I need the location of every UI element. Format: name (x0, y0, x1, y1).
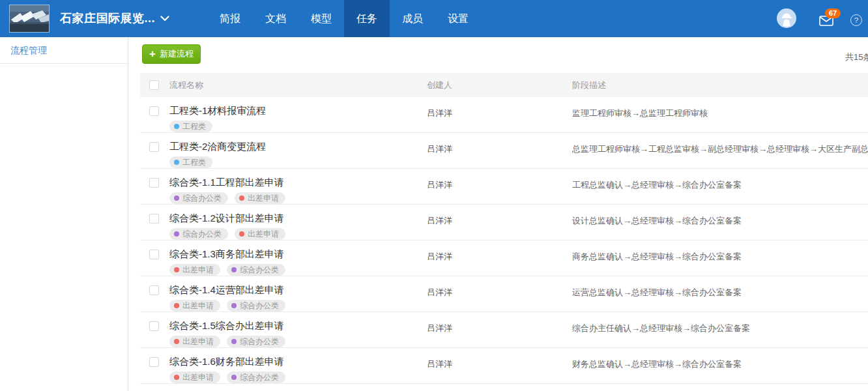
name-cell: 综合类-1.2设计部出差申请 综合办公类出差申请 (140, 205, 427, 240)
name-cell: 综合类-1.1工程部出差申请 综合办公类出差申请 (140, 169, 427, 204)
process-name[interactable]: 综合类-1.6财务部出差申请 (169, 348, 285, 368)
select-all-checkbox[interactable] (149, 80, 159, 90)
user-avatar[interactable] (777, 8, 796, 28)
nav-item-模型[interactable]: 模型 (298, 0, 344, 37)
row-checkbox[interactable] (149, 250, 159, 259)
creator-cell: 吕洋洋 (427, 276, 572, 311)
column-header: 阶段描述 (572, 73, 868, 97)
tag-list: 综合办公类出差申请 (169, 192, 285, 204)
tag-label: 综合办公类 (240, 265, 279, 274)
stage-cell: 设计总监确认→总经理审核→综合办公室备案 (572, 205, 868, 240)
creator-cell: 吕洋洋 (427, 348, 572, 383)
project-title[interactable]: 石家庄国际展览... (60, 0, 155, 37)
process-name[interactable]: 工程类-1材料报审流程 (169, 97, 266, 117)
tag-label: 综合办公类 (182, 194, 222, 203)
top-navbar: 石家庄国际展览... 简报文档模型任务成员设置 67 ? (0, 0, 868, 37)
nav-item-简报[interactable]: 简报 (207, 0, 253, 37)
tag-label: 出差申请 (182, 301, 214, 310)
row-checkbox[interactable] (149, 142, 159, 152)
tag-color-dot (174, 160, 179, 165)
row-checkbox[interactable] (149, 214, 159, 224)
tag-color-dot (231, 303, 237, 308)
process-name[interactable]: 综合类-1.2设计部出差申请 (169, 205, 285, 224)
tag-color-dot (174, 124, 179, 129)
process-name[interactable]: 综合类-1.1工程部出差申请 (169, 169, 285, 188)
stage-cell: 财务总监确认→总经理审核→综合办公室备案 (572, 348, 868, 383)
stage-cell: 总监理工程师审核→工程总监审核→副总经理审核→总经理审核→大区生产副总... (572, 133, 868, 168)
creator-cell: 吕洋洋 (427, 312, 572, 347)
tag-color-dot (174, 267, 179, 272)
tag-label: 工程类 (182, 158, 206, 167)
row-checkbox[interactable] (149, 321, 159, 331)
tag-list: 出差申请综合办公类 (169, 264, 285, 276)
tag-出差申请: 出差申请 (169, 300, 220, 311)
process-name[interactable]: 综合类-1.3商务部出差申请 (169, 240, 285, 260)
tag-综合办公类: 综合办公类 (169, 228, 228, 240)
tag-color-dot (239, 195, 244, 201)
creator-cell: 吕洋洋 (427, 205, 572, 240)
chevron-down-icon[interactable] (160, 16, 169, 22)
stage-cell: 综合办主任确认→总经理审核→综合办公室备案 (572, 312, 868, 347)
tag-label: 综合办公类 (240, 337, 279, 346)
process-name[interactable]: 综合类-1.4运营部出差申请 (169, 276, 285, 296)
nav-item-任务[interactable]: 任务 (344, 0, 390, 37)
plus-icon: + (149, 48, 156, 59)
table-row[interactable]: 综合类-1.6财务部出差申请 出差申请综合办公类 吕洋洋 财务总监确认→总经理审… (140, 348, 868, 384)
table-row[interactable]: 工程类-1材料报审流程 工程类 吕洋洋 监理工程师审核→总监理工程师审核 (140, 97, 868, 133)
project-logo-image (9, 5, 50, 33)
tag-工程类: 工程类 (169, 121, 212, 132)
new-process-button[interactable]: + 新建流程 (142, 44, 201, 64)
tag-出差申请: 出差申请 (169, 371, 220, 383)
nav-item-成员[interactable]: 成员 (390, 0, 435, 37)
name-cell: 工程类-2洽商变更流程 工程类 (140, 133, 427, 168)
main-content: + 新建流程 共15条 流程名称创建人阶段描述 工程类-1材料报审流程 工程类 … (128, 37, 868, 391)
tag-label: 综合办公类 (182, 229, 222, 239)
tag-list: 出差申请综合办公类 (169, 300, 285, 311)
table-row[interactable]: 综合类-1.1工程部出差申请 综合办公类出差申请 吕洋洋 工程总监确认→总经理审… (140, 169, 868, 205)
nav-item-设置[interactable]: 设置 (435, 0, 481, 37)
tag-color-dot (239, 231, 244, 237)
table-row[interactable]: 综合类-1.5综合办出差申请 出差申请综合办公类 吕洋洋 综合办主任确认→总经理… (140, 312, 868, 348)
process-name[interactable]: 综合类-1.5综合办出差申请 (169, 312, 285, 332)
notification-badge[interactable]: 67 (825, 8, 841, 18)
table-row[interactable]: 综合类-1.3商务部出差申请 出差申请综合办公类 吕洋洋 商务总监确认→总经理审… (140, 240, 868, 276)
tag-color-dot (174, 231, 179, 237)
help-icon[interactable]: ? (850, 14, 862, 26)
total-count-label: 共15条 (845, 51, 868, 63)
row-checkbox[interactable] (149, 357, 159, 367)
table-row[interactable]: 工程类-2洽商变更流程 工程类 吕洋洋 总监理工程师审核→工程总监审核→副总经理… (140, 133, 868, 169)
new-process-label: 新建流程 (160, 48, 194, 60)
tag-label: 综合办公类 (240, 301, 279, 310)
row-checkbox[interactable] (149, 178, 159, 188)
table-row[interactable]: 综合类-1.4运营部出差申请 出差申请综合办公类 吕洋洋 运营总监确认→总经理审… (140, 276, 868, 312)
row-checkbox[interactable] (149, 285, 159, 295)
nav-item-文档[interactable]: 文档 (253, 0, 298, 37)
tag-list: 出差申请综合办公类 (169, 336, 285, 347)
name-cell: 工程类-1材料报审流程 工程类 (140, 97, 427, 132)
column-header: 流程名称 (169, 73, 427, 97)
tag-综合办公类: 综合办公类 (227, 336, 285, 347)
worker-avatar-icon (777, 8, 796, 28)
row-checkbox[interactable] (149, 106, 159, 116)
sidebar-item-流程管理[interactable]: 流程管理 (0, 37, 128, 64)
tag-color-dot (231, 267, 237, 272)
tag-list: 综合办公类出差申请 (169, 228, 285, 240)
stage-cell: 监理工程师审核→总监理工程师审核 (572, 97, 868, 132)
tag-list: 出差申请综合办公类 (169, 371, 285, 383)
tag-color-dot (174, 303, 179, 308)
name-cell: 综合类-1.6财务部出差申请 出差申请综合办公类 (140, 348, 427, 383)
name-cell: 综合类-1.4运营部出差申请 出差申请综合办公类 (140, 276, 427, 311)
tag-color-dot (174, 339, 179, 344)
column-header: 创建人 (427, 73, 572, 97)
process-name[interactable]: 工程类-2洽商变更流程 (169, 133, 266, 152)
tag-综合办公类: 综合办公类 (227, 264, 285, 276)
tag-出差申请: 出差申请 (235, 228, 285, 240)
tag-综合办公类: 综合办公类 (169, 192, 228, 204)
tag-label: 出差申请 (182, 265, 214, 274)
creator-cell: 吕洋洋 (427, 169, 572, 204)
stage-cell: 运营总监确认→总经理审核→综合办公室备案 (572, 276, 868, 311)
tag-综合办公类: 综合办公类 (227, 300, 285, 311)
table-row[interactable]: 综合类-1.2设计部出差申请 综合办公类出差申请 吕洋洋 设计总监确认→总经理审… (140, 205, 868, 240)
tag-list: 工程类 (169, 156, 266, 168)
tag-color-dot (174, 375, 179, 380)
